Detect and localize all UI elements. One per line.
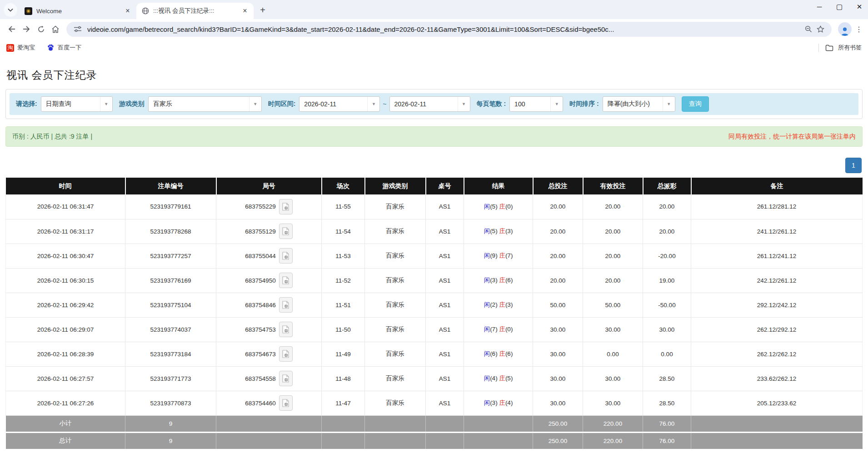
tab-strip: Welcome × :::视讯 会员下注纪录::: × + ─ ▢ ✕: [0, 0, 868, 19]
date-end-select[interactable]: 2026-02-11 ▼: [389, 96, 470, 112]
session-cell: 11-53: [322, 244, 365, 268]
bet-no-cell: 523193775104: [125, 293, 216, 317]
forward-button[interactable]: [19, 22, 34, 36]
bet-record-table: 时间注单编号局号场次游戏类别桌号结果总投注有效投注总派彩备注 2026-02-1…: [5, 178, 863, 449]
video-replay-button[interactable]: [279, 248, 293, 264]
back-button[interactable]: [5, 22, 19, 36]
session-cell: 11-52: [322, 268, 365, 293]
session-cell: 11-51: [322, 293, 365, 317]
footer-total-bet: 250.00: [533, 432, 583, 449]
all-bookmarks-label: 所有书签: [838, 44, 862, 52]
film-icon: [282, 325, 289, 334]
per-page-select[interactable]: 100 ▼: [509, 96, 563, 112]
bookmark-taobao[interactable]: 淘 爱淘宝: [6, 44, 35, 52]
film-icon: [282, 276, 289, 284]
game-kind-cell: 百家乐: [365, 194, 426, 219]
globe-icon: [142, 7, 149, 15]
table-row: 2026-02-11 06:29:42523193775104683754846…: [6, 293, 863, 317]
bookmark-label: 爱淘宝: [17, 44, 35, 52]
tab-title: :::视讯 会员下注纪录:::: [153, 7, 237, 15]
video-replay-button[interactable]: [279, 371, 293, 386]
reload-button[interactable]: [34, 22, 48, 36]
bet-table-body: 2026-02-11 06:31:47523193779161683755229…: [6, 194, 863, 415]
game-kind-cell: 百家乐: [365, 317, 426, 342]
film-icon: [282, 203, 289, 211]
chevron-down-icon: ▼: [249, 97, 261, 111]
time-cell: 2026-02-11 06:30:47: [6, 244, 125, 268]
address-bar[interactable]: videoie.com/game/betrecord_search/kind3?…: [66, 22, 832, 37]
result-cell: 闲(3) 庄(4): [464, 391, 533, 415]
column-header: 场次: [322, 178, 365, 194]
session-cell: 11-54: [322, 219, 365, 244]
sort-select[interactable]: 降幂(由大到小) ▼: [603, 96, 675, 112]
menu-icon[interactable]: ⋮: [854, 25, 863, 34]
payout-cell: -20.00: [643, 244, 691, 268]
bookmark-star-icon[interactable]: [814, 25, 826, 33]
game-kind-cell: 百家乐: [365, 219, 426, 244]
query-type-value: 日期查询: [41, 97, 100, 111]
video-replay-button[interactable]: [279, 199, 293, 214]
profile-avatar[interactable]: [838, 22, 852, 36]
footer-count: 9: [125, 415, 216, 432]
subtotal-row: 小计9250.00220.0076.00: [6, 415, 863, 432]
bookmark-label: 百度一下: [58, 44, 81, 52]
tab-search-button[interactable]: [4, 3, 17, 17]
result-cell: 闲(5) 庄(0): [464, 194, 533, 219]
result-cell: 闲(3) 庄(6): [464, 268, 533, 293]
maximize-button[interactable]: ▢: [835, 3, 843, 11]
date-tilde: ~: [383, 100, 386, 108]
game-kind-select[interactable]: 百家乐 ▼: [148, 96, 262, 112]
url-text[interactable]: videoie.com/game/betrecord_search/kind3?…: [87, 25, 798, 33]
select-type-label: 请选择:: [16, 100, 37, 108]
welcome-favicon: [25, 7, 32, 15]
zoom-icon[interactable]: [803, 25, 814, 33]
time-cell: 2026-02-11 06:29:42: [6, 293, 125, 317]
film-icon: [282, 350, 289, 358]
column-header: 游戏类别: [365, 178, 426, 194]
time-cell: 2026-02-11 06:30:15: [6, 268, 125, 293]
round-no-cell: 683754753: [216, 317, 322, 342]
close-window-button[interactable]: ✕: [855, 3, 863, 11]
footer-label: 总计: [6, 432, 125, 449]
tab-close-icon[interactable]: ×: [241, 7, 249, 15]
round-no-cell: 683755044: [216, 244, 322, 268]
total-bet-cell: 30.00: [533, 366, 583, 391]
tab-title: Welcome: [36, 8, 120, 15]
video-replay-button[interactable]: [279, 395, 293, 411]
remark-cell: 205.12/233.62: [691, 391, 863, 415]
video-replay-button[interactable]: [279, 224, 293, 239]
session-cell: 11-47: [322, 391, 365, 415]
page-1-button[interactable]: 1: [845, 158, 862, 173]
video-replay-button[interactable]: [279, 297, 293, 313]
video-replay-button[interactable]: [279, 273, 293, 288]
bet-table-footer: 小计9250.00220.0076.00总计9250.00220.0076.00: [6, 415, 863, 449]
footer-payout: 76.00: [643, 432, 691, 449]
remark-cell: 242.12/261.12: [691, 268, 863, 293]
bet-no-cell: 523193773184: [125, 342, 216, 366]
column-header: 局号: [216, 178, 322, 194]
minimize-button[interactable]: ─: [815, 3, 823, 11]
valid-bet-cell: 0.00: [583, 342, 643, 366]
search-button[interactable]: 查询: [682, 96, 709, 112]
session-cell: 11-55: [322, 194, 365, 219]
game-kind-cell: 百家乐: [365, 293, 426, 317]
video-replay-button[interactable]: [279, 322, 293, 337]
new-tab-button[interactable]: +: [256, 4, 269, 16]
game-kind-cell: 百家乐: [365, 342, 426, 366]
video-replay-button[interactable]: [279, 346, 293, 362]
date-start-select[interactable]: 2026-02-11 ▼: [299, 96, 380, 112]
query-type-select[interactable]: 日期查询 ▼: [41, 96, 113, 112]
all-bookmarks[interactable]: 所有书签: [818, 44, 862, 52]
home-button[interactable]: [48, 22, 63, 36]
bookmark-baidu[interactable]: 百度一下: [47, 44, 81, 52]
tab-close-icon[interactable]: ×: [124, 7, 132, 15]
tab-welcome[interactable]: Welcome ×: [19, 3, 136, 19]
per-page-value: 100: [510, 97, 550, 111]
remark-cell: 262.12/262.12: [691, 342, 863, 366]
round-no-cell: 683754673: [216, 342, 322, 366]
table-no-cell: AS1: [426, 391, 464, 415]
tune-icon[interactable]: [72, 26, 84, 32]
payout-cell: 28.50: [643, 366, 691, 391]
tab-betrecord[interactable]: :::视讯 会员下注纪录::: ×: [136, 3, 254, 19]
browser-toolbar: videoie.com/game/betrecord_search/kind3?…: [0, 19, 868, 39]
